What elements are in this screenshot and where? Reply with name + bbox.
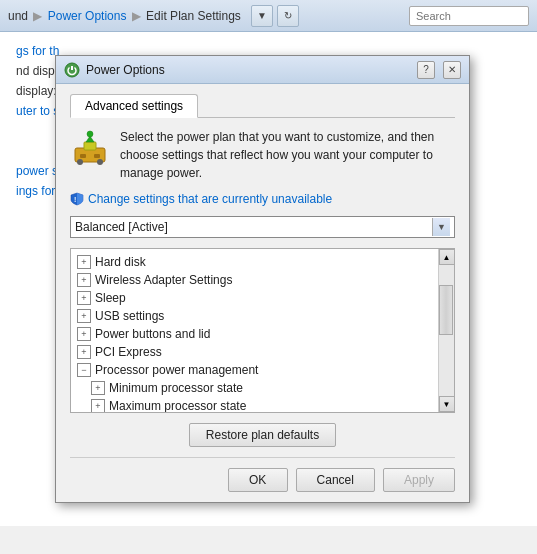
item-label: Maximum processor state	[109, 399, 246, 412]
svg-point-6	[77, 159, 83, 165]
breadcrumb-edit-plan: Edit Plan Settings	[146, 9, 241, 23]
modal-titlebar: Power Options ? ✕	[56, 56, 469, 84]
scroll-up-btn[interactable]: ▲	[439, 249, 455, 265]
restore-plan-defaults-button[interactable]: Restore plan defaults	[189, 423, 336, 447]
item-label: Hard disk	[95, 255, 146, 269]
item-label: PCI Express	[95, 345, 162, 359]
item-label: Power buttons and lid	[95, 327, 210, 341]
description-text: Select the power plan that you want to c…	[120, 128, 455, 182]
power-options-dialog: Power Options ? ✕ Advanced settings Sele…	[55, 55, 470, 503]
apply-button[interactable]: Apply	[383, 468, 455, 492]
expand-icon: +	[77, 327, 91, 341]
dropdown-arrow-icon: ▼	[432, 218, 450, 236]
list-item[interactable]: − Processor power management	[71, 361, 438, 379]
tree-container: + Hard disk + Wireless Adapter Settings …	[70, 248, 455, 413]
expand-icon: +	[77, 345, 91, 359]
plan-dropdown[interactable]: Balanced [Active] ▼	[70, 216, 455, 238]
breadcrumb: und ▶ Power Options ▶ Edit Plan Settings	[8, 9, 241, 23]
expand-icon: +	[77, 255, 91, 269]
tab-bar: Advanced settings	[70, 94, 455, 118]
modal-title: Power Options	[86, 63, 409, 77]
expand-icon: +	[77, 309, 91, 323]
expand-icon: +	[91, 381, 105, 395]
modal-body: Advanced settings Select the power plan …	[56, 84, 469, 502]
item-label: USB settings	[95, 309, 164, 323]
desc-area: Select the power plan that you want to c…	[70, 128, 455, 182]
item-label: Wireless Adapter Settings	[95, 273, 232, 287]
bg-titlebar: und ▶ Power Options ▶ Edit Plan Settings…	[0, 0, 537, 32]
breadcrumb-part1: und	[8, 9, 28, 23]
list-item[interactable]: + Minimum processor state	[71, 379, 438, 397]
power-customize-icon	[70, 128, 110, 168]
tab-advanced-settings[interactable]: Advanced settings	[70, 94, 198, 118]
expand-icon: −	[77, 363, 91, 377]
expand-icon: +	[91, 399, 105, 412]
item-label: Processor power management	[95, 363, 258, 377]
expand-icon: +	[77, 273, 91, 287]
breadcrumb-power-options[interactable]: Power Options	[48, 9, 127, 23]
refresh-btn[interactable]: ↻	[277, 5, 299, 27]
restore-btn-row: Restore plan defaults	[70, 423, 455, 447]
power-options-icon	[64, 62, 80, 78]
shield-icon: !	[70, 192, 84, 206]
item-label: Sleep	[95, 291, 126, 305]
svg-rect-5	[94, 154, 100, 158]
action-btn-row: OK Cancel Apply	[70, 457, 455, 492]
dropdown-btn[interactable]: ▼	[251, 5, 273, 27]
list-item[interactable]: + Sleep	[71, 289, 438, 307]
close-button[interactable]: ✕	[443, 61, 461, 79]
svg-rect-4	[80, 154, 86, 158]
svg-text:!: !	[74, 196, 76, 203]
list-item[interactable]: + Hard disk	[71, 253, 438, 271]
change-link-text: Change settings that are currently unava…	[88, 192, 332, 206]
breadcrumb-sep1: ▶	[33, 9, 45, 23]
change-settings-link[interactable]: ! Change settings that are currently una…	[70, 192, 455, 206]
tree-list: + Hard disk + Wireless Adapter Settings …	[71, 249, 438, 412]
search-input[interactable]	[409, 6, 529, 26]
ok-button[interactable]: OK	[228, 468, 288, 492]
list-item[interactable]: + PCI Express	[71, 343, 438, 361]
list-item[interactable]: + Power buttons and lid	[71, 325, 438, 343]
plan-dropdown-text: Balanced [Active]	[75, 220, 432, 234]
cancel-button[interactable]: Cancel	[296, 468, 375, 492]
list-item[interactable]: + USB settings	[71, 307, 438, 325]
scroll-down-btn[interactable]: ▼	[439, 396, 455, 412]
breadcrumb-sep2: ▶	[132, 9, 144, 23]
expand-icon: +	[77, 291, 91, 305]
list-item[interactable]: + Maximum processor state	[71, 397, 438, 412]
svg-rect-2	[84, 142, 96, 150]
svg-point-3	[87, 131, 93, 137]
scroll-thumb[interactable]	[439, 285, 453, 335]
list-item[interactable]: + Wireless Adapter Settings	[71, 271, 438, 289]
help-button[interactable]: ?	[417, 61, 435, 79]
svg-point-7	[97, 159, 103, 165]
item-label: Minimum processor state	[109, 381, 243, 395]
scrollbar[interactable]: ▲ ▼	[438, 249, 454, 412]
scroll-track	[439, 265, 454, 396]
